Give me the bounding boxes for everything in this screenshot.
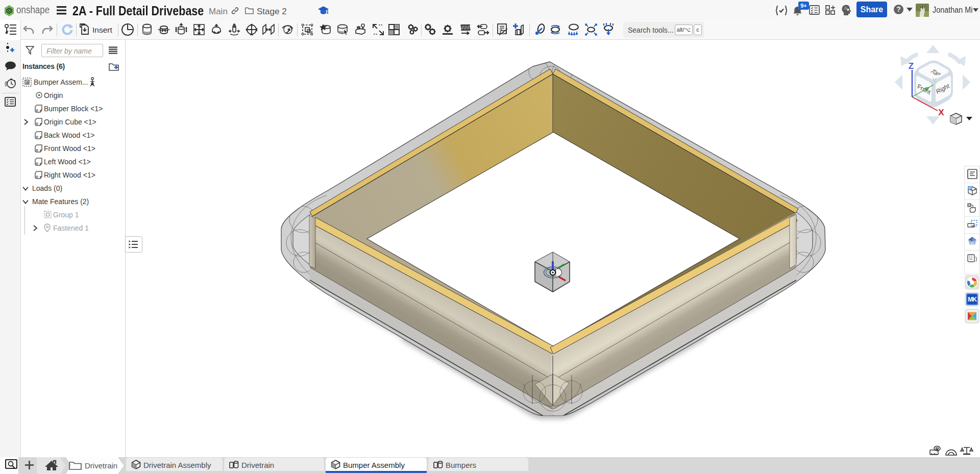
svg-text:X: X (938, 108, 944, 117)
svg-text:): ) (974, 256, 977, 262)
svg-text:Drivetrain: Drivetrain (85, 461, 117, 470)
svg-text:Y: Y (932, 76, 937, 84)
svg-text:Z: Z (909, 61, 914, 71)
